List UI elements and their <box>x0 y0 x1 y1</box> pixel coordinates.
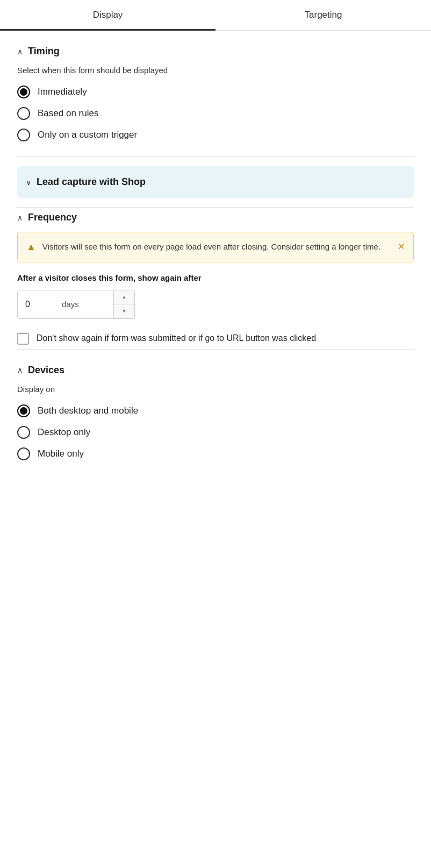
lead-capture-header-button[interactable]: ∨ Lead capture with Shop <box>17 166 414 198</box>
timing-section: ∧ Timing Select when this form should be… <box>0 31 431 156</box>
devices-radio-both[interactable] <box>17 404 30 417</box>
frequency-section-title: Frequency <box>28 212 77 223</box>
days-unit-label: days <box>62 300 79 309</box>
timing-chevron-up-icon: ∧ <box>17 47 23 56</box>
devices-option-mobile[interactable]: Mobile only <box>17 447 414 460</box>
lead-capture-section: ∨ Lead capture with Shop <box>0 157 431 207</box>
timing-radio-custom[interactable] <box>17 129 30 141</box>
frequency-section: ∧ Frequency ▲ Visitors will see this for… <box>0 208 431 349</box>
devices-radio-mobile[interactable] <box>17 447 30 460</box>
devices-label-desktop: Desktop only <box>38 427 90 438</box>
dont-show-again-checkbox[interactable] <box>17 333 29 345</box>
devices-option-both[interactable]: Both desktop and mobile <box>17 404 414 417</box>
timing-label-custom: Only on a custom trigger <box>38 130 137 140</box>
days-input[interactable] <box>25 300 58 309</box>
devices-section-title: Devices <box>28 365 64 376</box>
days-spinner-down-button[interactable]: ▼ <box>114 304 134 318</box>
devices-display-on-label: Display on <box>17 385 414 394</box>
frequency-warning-text: Visitors will see this form on every pag… <box>42 241 391 253</box>
tabs-container: Display Targeting <box>0 0 431 31</box>
after-close-label: After a visitor closes this form, show a… <box>17 273 414 282</box>
days-spinner-up-button[interactable]: ▲ <box>114 290 134 304</box>
devices-option-desktop[interactable]: Desktop only <box>17 426 414 439</box>
timing-label-rules: Based on rules <box>38 108 98 119</box>
tab-display[interactable]: Display <box>0 0 216 30</box>
dont-show-again-label: Don't show again if form was submitted o… <box>37 332 316 345</box>
timing-option-rules[interactable]: Based on rules <box>17 107 414 120</box>
warning-triangle-icon: ▲ <box>26 241 36 253</box>
devices-section-header[interactable]: ∧ Devices <box>17 365 414 376</box>
devices-radio-desktop[interactable] <box>17 426 30 439</box>
lead-capture-chevron-down-icon: ∨ <box>26 178 31 187</box>
timing-description: Select when this form should be displaye… <box>17 66 414 75</box>
dont-show-again-option[interactable]: Don't show again if form was submitted o… <box>17 332 414 345</box>
frequency-section-header[interactable]: ∧ Frequency <box>17 212 414 223</box>
warning-close-button[interactable]: ✕ <box>398 241 405 252</box>
devices-label-mobile: Mobile only <box>38 449 84 459</box>
tab-targeting[interactable]: Targeting <box>216 0 431 30</box>
spinner-up-icon: ▲ <box>122 295 126 300</box>
lead-capture-title: Lead capture with Shop <box>37 176 146 188</box>
timing-label-immediately: Immediately <box>38 87 87 97</box>
frequency-chevron-up-icon: ∧ <box>17 214 23 222</box>
days-spinner: ▲ ▼ <box>114 290 135 319</box>
timing-radio-rules[interactable] <box>17 107 30 120</box>
timing-radio-group: Immediately Based on rules Only on a cus… <box>17 86 414 141</box>
days-input-row: days ▲ ▼ <box>17 290 414 319</box>
days-input-wrapper: days <box>17 290 114 319</box>
timing-section-header[interactable]: ∧ Timing <box>17 46 414 57</box>
devices-section: ∧ Devices Display on Both desktop and mo… <box>0 350 431 475</box>
frequency-warning-banner: ▲ Visitors will see this form on every p… <box>17 232 414 262</box>
spinner-down-icon: ▼ <box>122 309 126 314</box>
timing-option-custom[interactable]: Only on a custom trigger <box>17 129 414 141</box>
devices-label-both: Both desktop and mobile <box>38 405 138 416</box>
timing-option-immediately[interactable]: Immediately <box>17 86 414 98</box>
timing-section-title: Timing <box>28 46 60 57</box>
timing-radio-immediately[interactable] <box>17 86 30 98</box>
devices-radio-group: Both desktop and mobile Desktop only Mob… <box>17 404 414 460</box>
devices-chevron-up-icon: ∧ <box>17 366 23 374</box>
